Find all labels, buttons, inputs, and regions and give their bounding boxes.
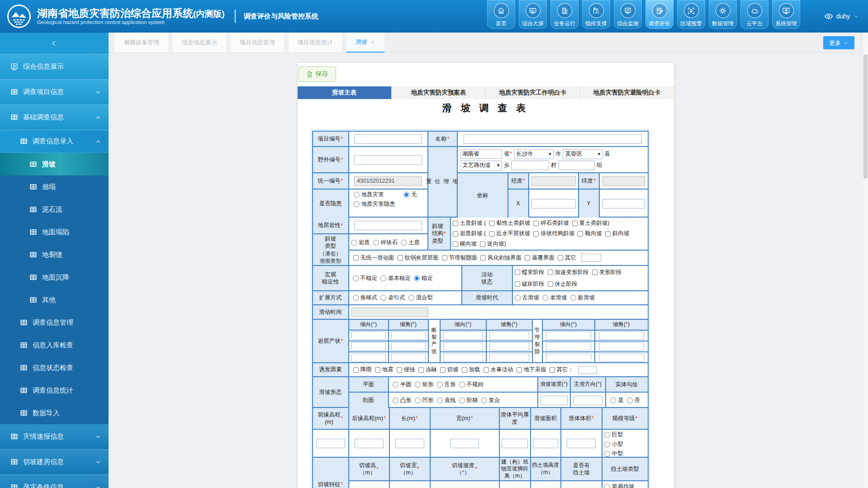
slip-surface-other-input[interactable]: [581, 254, 601, 262]
sidebar-item[interactable]: 泥石流: [0, 198, 109, 221]
slip-dir-input[interactable]: [574, 396, 602, 405]
checkbox-option[interactable]: 地震: [375, 366, 394, 374]
x-input[interactable]: [531, 199, 576, 208]
lithology-input[interactable]: [354, 221, 422, 230]
nav-item[interactable]: 业务运行: [550, 0, 579, 29]
tab-item[interactable]: 滑坡: [346, 33, 384, 52]
nav-item[interactable]: 综合监测: [614, 0, 642, 29]
fault-dip-input[interactable]: [443, 332, 483, 340]
joint-dip-input[interactable]: [546, 342, 591, 351]
tab-item[interactable]: 视频设备管理: [115, 33, 168, 52]
radio-option[interactable]: 巨型: [604, 431, 623, 439]
radio-option[interactable]: 稳定: [414, 275, 433, 282]
length-input[interactable]: [395, 439, 424, 448]
radio-option[interactable]: 古滑坡: [515, 294, 540, 302]
rock-dip-angle-input[interactable]: [391, 332, 426, 340]
checkbox-option[interactable]: 无统一滑动面: [353, 254, 394, 262]
group-input[interactable]: [559, 161, 595, 170]
sidebar-collapse-button[interactable]: [0, 33, 109, 54]
form-tab[interactable]: 滑坡主表: [298, 86, 392, 99]
radio-option[interactable]: 地质灾害: [354, 191, 384, 199]
town-select[interactable]: 文艺路街道▾: [460, 161, 502, 171]
checkbox-option[interactable]: 近水平层状坡: [489, 230, 530, 237]
slope-deg-input[interactable]: [541, 396, 568, 405]
volume-input[interactable]: [567, 439, 596, 448]
checkbox-option[interactable]: 软弱夹层层面: [398, 254, 439, 262]
fault-dip-angle-input[interactable]: [489, 332, 529, 340]
sidebar-item[interactable]: 数据导入: [0, 402, 109, 424]
checkbox-option[interactable]: 横向坡: [453, 240, 477, 248]
nav-item[interactable]: 调查评价: [645, 0, 674, 29]
radio-option[interactable]: 直线: [437, 397, 456, 404]
radio-option[interactable]: 碎块石: [373, 239, 398, 246]
avg-thick-input[interactable]: [502, 439, 528, 448]
sidebar-item[interactable]: 地裂缝: [0, 243, 109, 266]
nav-item[interactable]: 区域预警: [677, 0, 705, 29]
radio-option[interactable]: 推移式: [353, 294, 378, 302]
nav-item[interactable]: 系统管理: [772, 0, 800, 29]
radio-option[interactable]: 复合: [481, 397, 500, 404]
scrollbar-thumb[interactable]: [863, 54, 868, 179]
radio-option[interactable]: 小型: [604, 441, 623, 448]
radio-option[interactable]: 舌形: [437, 381, 456, 389]
width-input[interactable]: [450, 439, 479, 448]
joint-dip-input[interactable]: [546, 332, 591, 340]
checkbox-option[interactable]: 切坡: [440, 366, 459, 374]
sidebar-item[interactable]: 孕灾条件信息: [0, 475, 109, 488]
radio-option[interactable]: 中型: [604, 450, 623, 458]
checkbox-option[interactable]: 变形阶段: [592, 269, 622, 276]
checkbox-option[interactable]: 碎石类斜坡: [533, 219, 569, 227]
checkbox-option[interactable]: 斜向坡: [605, 230, 630, 237]
rear-elev-input[interactable]: [355, 439, 384, 448]
radio-option[interactable]: 矩形: [415, 381, 434, 389]
tab-item[interactable]: 项目信息管理: [231, 33, 284, 52]
sidebar-item[interactable]: 信息入库检查: [0, 334, 109, 356]
project-no-input[interactable]: [354, 134, 422, 144]
sidebar-item[interactable]: 地面沉降: [0, 266, 109, 289]
nav-item[interactable]: 数据管理: [709, 0, 737, 29]
sidebar-item[interactable]: 滑坡: [0, 153, 109, 175]
radio-option[interactable]: 凹形: [415, 397, 434, 404]
more-button[interactable]: 更多: [823, 36, 854, 49]
close-icon[interactable]: [370, 39, 375, 45]
tab-item[interactable]: 综合信息展示: [173, 33, 226, 52]
checkbox-option[interactable]: 块状结构斜坡: [533, 230, 574, 237]
checkbox-option[interactable]: 其它：: [550, 366, 574, 374]
sidebar-item[interactable]: 信息状态检查: [0, 356, 109, 379]
form-tab[interactable]: 地质灾害防灾避险明白卡: [580, 86, 674, 99]
radio-option[interactable]: 阶梯: [459, 397, 478, 404]
radio-option[interactable]: 无: [403, 191, 417, 199]
checkbox-option[interactable]: 休止阶段: [548, 280, 578, 288]
radio-option[interactable]: 混合型: [408, 294, 433, 302]
area-input[interactable]: [533, 439, 558, 448]
checkbox-option[interactable]: 黄土类斜坡): [572, 219, 610, 227]
radio-option[interactable]: 半圆: [393, 381, 412, 389]
nav-item[interactable]: 云平台: [740, 0, 768, 29]
checkbox-option[interactable]: 黏性土类斜坡: [489, 219, 530, 227]
y-input[interactable]: [602, 199, 645, 208]
checkbox-option[interactable]: 蠕变阶段: [515, 269, 545, 276]
sidebar-item[interactable]: 崩塌: [0, 175, 109, 198]
checkbox-option[interactable]: 逆向坡): [480, 240, 506, 248]
save-button[interactable]: 保存: [299, 66, 336, 82]
checkbox-option[interactable]: 顺向坡: [578, 230, 602, 237]
radio-option[interactable]: 否: [627, 397, 640, 404]
form-tab[interactable]: 地质灾害防灾工作明白卡: [486, 86, 580, 99]
rock-dip-angle-input[interactable]: [391, 354, 426, 362]
checkbox-option[interactable]: 风化剥蚀界面: [480, 254, 522, 262]
nav-item[interactable]: 指挥支撑: [582, 0, 610, 29]
field-no-input[interactable]: [354, 155, 422, 165]
tab-item[interactable]: 项目信息统计: [289, 33, 342, 52]
radio-option[interactable]: 是: [610, 397, 624, 404]
joint-dip-angle-input[interactable]: [599, 354, 644, 362]
joint-dip-angle-input[interactable]: [599, 342, 644, 351]
checkbox-option[interactable]: 基覆界面: [525, 254, 555, 262]
radio-option[interactable]: 简易挡墙: [604, 483, 635, 488]
sidebar-item[interactable]: 调查信息统计: [0, 379, 109, 402]
checkbox-option[interactable]: 冻融: [418, 366, 437, 374]
user-menu[interactable]: duhy: [824, 0, 859, 33]
radio-option[interactable]: 牵引式: [380, 294, 405, 302]
radio-option[interactable]: 凸形: [393, 397, 412, 404]
city-select[interactable]: 长沙市▾: [514, 149, 554, 159]
joint-dip-angle-input[interactable]: [599, 332, 644, 340]
